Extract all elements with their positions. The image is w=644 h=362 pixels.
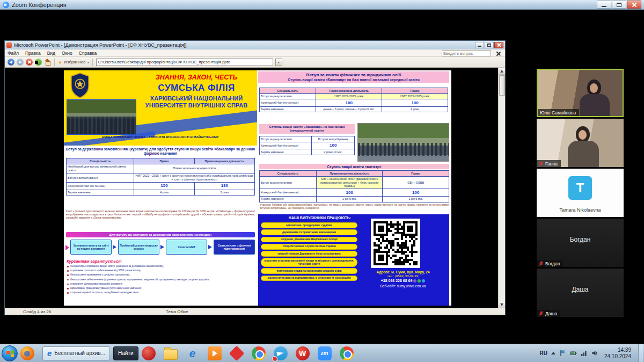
action-center-flag-icon[interactable] xyxy=(559,350,566,357)
toolbar-separator xyxy=(54,59,55,66)
slideshow-area[interactable]: ЗНАННЯ, ЗАКОН, ЧЕСТЬ СУМСЬКА ФІЛІЯ ХАРКІ… xyxy=(5,68,505,308)
network-icon[interactable] xyxy=(581,350,588,357)
windows-flag-icon xyxy=(6,350,14,357)
show-desktop-button[interactable] xyxy=(638,344,643,362)
paid-admission-block: Вступ за кошти фізичних та юридичних осі… xyxy=(258,71,449,83)
webmoney-icon[interactable]: W xyxy=(296,346,310,360)
hidden-icons-button[interactable] xyxy=(551,352,555,354)
menu-item[interactable]: Правка xyxy=(25,50,41,56)
chevron-down-icon: ▾ xyxy=(87,60,89,64)
type-question-box[interactable] xyxy=(442,50,491,56)
video-player-icon[interactable] xyxy=(208,346,222,360)
telegram-icon[interactable] xyxy=(274,346,288,360)
table-cell: 100 xyxy=(316,99,382,107)
language-indicator[interactable]: RU xyxy=(539,350,547,356)
back-icon[interactable] xyxy=(8,59,14,66)
guarantees-list: безкоштовне отримання вищої освіти (навч… xyxy=(67,265,254,296)
table-cell: Повна загальна середня освіта xyxy=(134,164,255,173)
clock-time: 14:39 xyxy=(604,347,631,353)
graduates-heading: НАШІ ВИПУСКНИКИ ПРАЦЮЮТЬ: xyxy=(258,216,382,220)
powerpoint-close-button[interactable] xyxy=(494,42,503,48)
powerpoint-window: Microsoft PowerPoint - [Демонстрация Pow… xyxy=(4,40,506,315)
taskbar-button-archive[interactable]: e Бесплатный архив... xyxy=(42,346,110,360)
graduate-job-pill: співробітниками Державного бюро розсліду… xyxy=(261,251,357,257)
menu-item[interactable]: Файл xyxy=(8,50,19,56)
table-cell: Термін навчання xyxy=(67,190,134,196)
clock[interactable]: 14:39 24.10.2024 xyxy=(602,347,631,360)
table-cell: 150 xyxy=(134,182,194,190)
participant-name-center: Богдан xyxy=(537,236,624,243)
minimize-button[interactable] xyxy=(597,1,611,9)
refresh-icon[interactable] xyxy=(35,59,42,66)
participant-tile-bohdan[interactable]: Богдан Богдан xyxy=(537,219,624,267)
slide-motto: ЗНАННЯ, ЗАКОН, ЧЕСТЬ xyxy=(138,74,255,81)
guarantee-item: отримання одноразової грошової допомоги; xyxy=(67,283,254,286)
table-cell: НМТ 2022-2025 років xyxy=(382,93,448,99)
table-cell: НМТ 2022—2025 + іспит з фізичної підгото… xyxy=(134,173,255,182)
guarantees-heading: Курсантам гарантується: xyxy=(67,259,122,264)
admission-step-box: Скласти НМТ xyxy=(166,240,207,255)
person-silhouette xyxy=(580,79,610,117)
start-button[interactable] xyxy=(2,345,18,361)
close-button[interactable] xyxy=(627,1,641,9)
volume-icon[interactable] xyxy=(591,350,598,357)
participant-tile-yuliia[interactable]: Юлія Самойлова xyxy=(537,69,624,117)
bachelor-full-heading: Ступінь вищої освіти «Бакалавр» на базі … xyxy=(260,78,447,82)
participant-tile-tamara[interactable]: T Tamara Nikolaevna xyxy=(537,169,624,217)
participant-tile-dasha[interactable]: Даша Даша xyxy=(537,269,624,317)
scrollbar-thumb[interactable] xyxy=(499,75,505,96)
taskbar-button-find[interactable]: Найти xyxy=(113,346,138,360)
stop-icon[interactable] xyxy=(26,59,33,66)
powerpoint-minimize-button[interactable] xyxy=(475,42,484,48)
firefox-icon[interactable] xyxy=(20,346,34,360)
menu-item[interactable]: Справка xyxy=(79,50,97,56)
table-cell: 1 рік 6 міс. xyxy=(316,196,383,202)
participant-name: Даша xyxy=(545,311,557,316)
chrome-icon[interactable] xyxy=(340,346,354,360)
scroll-down-button[interactable] xyxy=(499,301,505,308)
graduate-job-pill: юристами в органах виконавчої влади та м… xyxy=(261,258,357,267)
zoom-taskbar-icon[interactable]: zm xyxy=(318,346,332,360)
admission-step-box: Заповнити анкету на сайті та подати доку… xyxy=(70,240,112,255)
table-cell: 4 роки xyxy=(382,106,448,112)
master-heading: Ступінь вищої освіти «магістр» xyxy=(259,164,449,169)
vertical-scrollbar[interactable] xyxy=(498,68,505,308)
veterans-note: Учасники бойових дій, військовослужбовці… xyxy=(260,204,449,210)
maximize-button[interactable] xyxy=(612,1,626,9)
battery-icon[interactable] xyxy=(570,350,577,357)
table-cell: Спеціальність xyxy=(260,171,317,177)
telegram-contact-icon xyxy=(422,279,425,283)
table-cell: Правоохоронна діяльність xyxy=(194,158,254,164)
menu-item[interactable]: Вид xyxy=(47,50,55,56)
graduate-job-pill: юрисконсультами на підприємствах, в уста… xyxy=(261,276,357,281)
media-player-icon[interactable] xyxy=(142,346,156,360)
internet-explorer-icon[interactable]: e xyxy=(186,346,200,360)
chrome-icon[interactable] xyxy=(252,346,266,360)
avatar: T xyxy=(568,176,592,200)
state-admission-table: СпеціальністьПравоПравоохоронна діяльніс… xyxy=(66,158,255,196)
scroll-up-button[interactable] xyxy=(499,68,505,75)
participant-tile-hanna[interactable]: Ганна xyxy=(537,119,624,167)
table-cell: Необхідний для вступу мінімальний рівень… xyxy=(67,164,134,173)
forward-icon[interactable] xyxy=(17,59,24,66)
powerpoint-maximize-button[interactable] xyxy=(485,42,494,48)
powerpoint-statusbar: Слайд 4 из 26 Тема Office xyxy=(5,308,505,315)
table-cell: 2 роки 10 міс. xyxy=(312,149,355,155)
table-cell: ЄВІ + ЄФВВ xyxy=(383,176,449,189)
notification-badge xyxy=(272,356,277,361)
menu-item[interactable]: Окно xyxy=(62,50,72,56)
address-dropdown-icon[interactable]: ▾ xyxy=(275,59,282,66)
home-icon[interactable] xyxy=(44,59,51,66)
explorer-folder-icon[interactable] xyxy=(164,349,178,360)
contact-phone-landline: тел.: (0542) 33-03-19; xyxy=(359,274,447,278)
menubar-close-icon[interactable] xyxy=(496,51,501,56)
graduate-job-pill: помічниками суддів та керівниками апарат… xyxy=(261,268,357,274)
participant-name: Tamara Nikolaevna xyxy=(537,207,624,213)
table-cell: Право xyxy=(134,158,194,164)
qr-pattern xyxy=(374,221,418,265)
red-diamond-app-icon[interactable] xyxy=(229,345,244,361)
favorites-button[interactable]: ★ Избранное ▾ xyxy=(58,60,89,65)
zoom-window-title: Zoom Конференция xyxy=(12,2,67,8)
table-cell: Вступ за результатами xyxy=(260,93,316,99)
address-input[interactable] xyxy=(96,59,273,66)
